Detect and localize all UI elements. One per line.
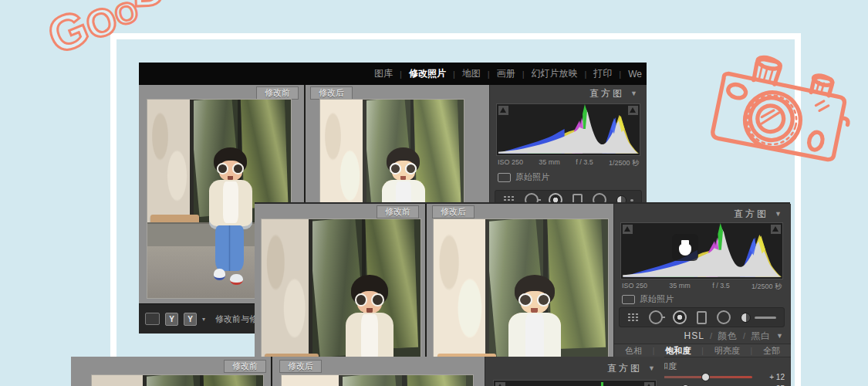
shadow-clipping-indicator[interactable]: [495, 382, 505, 386]
original-photo-label: 原始照片: [515, 171, 549, 183]
tab-hue[interactable]: 色相: [625, 345, 642, 357]
radial-filter-tool-button[interactable]: [717, 310, 731, 324]
red-slider-value: + 12: [758, 373, 785, 381]
after-label-badge: 修改后: [310, 86, 353, 100]
before-label-badge: 修改前: [377, 205, 419, 218]
marble-wall: [92, 375, 147, 386]
sunglasses-left-lens: [518, 293, 532, 306]
child-right-shoe: [230, 274, 243, 286]
nav-separator: |: [522, 69, 525, 79]
iso-value: ISO 250: [498, 158, 523, 168]
shadow-clipping-indicator[interactable]: [498, 106, 508, 115]
module-picker: 图库 | 修改照片 | 地图 | 画册 | 幻灯片放映 | 打印 | We: [139, 63, 647, 85]
tab-develop[interactable]: 修改照片: [409, 67, 446, 80]
original-photo-toggle[interactable]: 原始照片: [498, 171, 549, 183]
highlight-clipping-indicator[interactable]: [628, 106, 638, 115]
photo-card-icon: [622, 295, 635, 304]
marble-wall: [262, 219, 312, 363]
collapse-icon[interactable]: ▼: [775, 210, 782, 218]
caret-down-icon[interactable]: ▾: [202, 316, 205, 323]
tab-slideshow[interactable]: 幻灯片放映: [531, 67, 577, 80]
tab-map[interactable]: 地图: [462, 67, 481, 80]
histogram-curves: [621, 223, 782, 279]
tab-all[interactable]: 全部: [763, 345, 780, 357]
amount-slider-track[interactable]: [630, 199, 633, 201]
histogram-header: 直方图 ▼: [614, 205, 791, 222]
lightroom-window-3: 修改前 修改后: [71, 357, 664, 386]
histogram-chart[interactable]: [496, 103, 640, 156]
child-pants: [215, 225, 244, 271]
tab-separator: |: [751, 347, 753, 355]
sunglasses-left-lens: [355, 293, 367, 306]
tab-separator: |: [701, 347, 704, 355]
marble-wall: [147, 100, 194, 222]
compare-label-strip: 修改前 修改后: [139, 85, 490, 100]
child-left-shoe: [214, 269, 225, 280]
histogram-chart[interactable]: [620, 222, 783, 279]
window-glass-left: [339, 375, 406, 386]
loupe-view-button[interactable]: [145, 313, 160, 325]
collapse-icon[interactable]: ▼: [648, 364, 655, 372]
iso-value: ISO 250: [622, 282, 647, 292]
highlight-clipping-indicator[interactable]: [644, 382, 654, 386]
red-eye-tool-button[interactable]: [673, 310, 687, 324]
adjustment-amount-slider[interactable]: [741, 313, 776, 323]
photo-before[interactable]: [91, 374, 264, 386]
hsl-separator: /: [743, 331, 745, 340]
photo-scene: [282, 375, 473, 386]
aperture-value: f / 3.5: [576, 158, 593, 168]
histogram-title: 直方图: [589, 87, 624, 100]
collapse-icon[interactable]: ▼: [776, 332, 783, 340]
tab-book[interactable]: 画册: [497, 67, 515, 80]
photo-card-icon: [498, 173, 511, 182]
hsl-panel-header: HSL / 颜色 / 黑白 ▼: [614, 329, 791, 343]
sunglasses-right-lens: [371, 293, 383, 306]
collapse-icon[interactable]: ▼: [630, 90, 637, 97]
photo-scene: [92, 375, 263, 386]
crop-tool-button[interactable]: [627, 313, 639, 322]
sunglasses-left-lens: [390, 163, 401, 174]
sunglasses-right-lens: [232, 163, 244, 174]
original-photo-toggle[interactable]: 原始照片: [622, 293, 674, 305]
drive-icon: [679, 240, 691, 256]
red-slider-knob[interactable]: [701, 373, 710, 381]
window-glass-left: [143, 375, 204, 386]
tab-web[interactable]: We: [628, 69, 642, 80]
histogram-chart[interactable]: [493, 380, 657, 386]
before-label-badge: 修改前: [256, 86, 299, 100]
marble-wall: [434, 219, 489, 363]
after-label-badge: 修改后: [432, 205, 475, 218]
tab-separator: |: [653, 347, 655, 355]
tab-saturation[interactable]: 饱和度: [665, 345, 691, 357]
histogram-panel: 直方图 ▼: [485, 357, 664, 386]
before-after-split-button[interactable]: Y: [184, 313, 197, 326]
exif-row: ISO 250 35 mm f / 3.5 1/2500 秒: [622, 282, 782, 292]
photo-after[interactable]: [281, 374, 474, 386]
sunglasses-right-lens: [405, 163, 417, 174]
camera-icon: [689, 48, 868, 199]
shadow-clipping-indicator[interactable]: [623, 225, 633, 234]
shutter-speed-value: 1/2500 秒: [609, 158, 639, 168]
sunglasses-left-lens: [217, 163, 228, 174]
collage-background: G O O D 图库 | 修改照片 |: [0, 0, 868, 386]
window-reflection: [339, 375, 473, 386]
spot-removal-tool-button[interactable]: [649, 310, 663, 324]
color-title[interactable]: 颜色: [718, 330, 738, 343]
amount-slider-track[interactable]: [755, 317, 776, 319]
highlight-clipping-indicator[interactable]: [771, 225, 781, 234]
child-shirt: [223, 181, 238, 224]
bw-title[interactable]: 黑白: [751, 330, 771, 343]
before-after-left-right-button[interactable]: Y: [165, 313, 178, 326]
tab-luminance[interactable]: 明亮度: [714, 345, 740, 357]
tab-print[interactable]: 打印: [593, 67, 612, 80]
tab-library[interactable]: 图库: [374, 67, 393, 80]
loading-badge: [672, 234, 698, 261]
tool-strip: [619, 307, 785, 327]
nav-separator: |: [584, 69, 586, 79]
shutter-speed-value: 1/2500 秒: [751, 282, 782, 292]
hsl-title[interactable]: HSL: [684, 330, 704, 341]
graduated-filter-tool-button[interactable]: [697, 311, 707, 324]
histogram-curves: [497, 104, 640, 155]
brush-tool-icon[interactable]: [741, 313, 751, 323]
window-glass-right: [204, 375, 261, 386]
